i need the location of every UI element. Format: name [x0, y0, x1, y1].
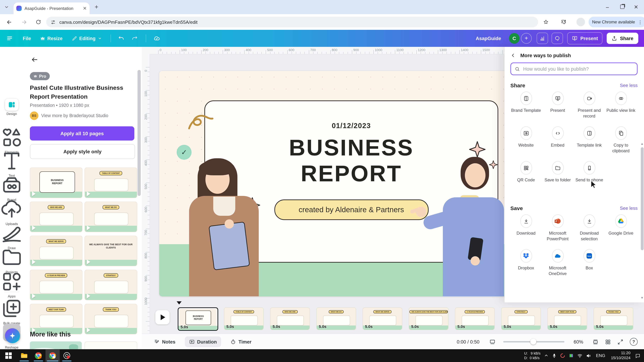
duration-button[interactable]: Duration — [185, 337, 221, 347]
zoom-slider-thumb[interactable] — [530, 339, 536, 345]
filmstrip-slide-3[interactable]: WHO WE ARE5.0s — [270, 307, 310, 330]
window-restore-button[interactable] — [620, 4, 624, 9]
timer-button[interactable]: Timer — [230, 339, 252, 345]
start-button[interactable] — [2, 350, 16, 362]
see-less-link[interactable]: See less — [620, 83, 638, 88]
back-icon[interactable] — [6, 19, 12, 25]
notes-button[interactable]: Notes — [154, 339, 176, 345]
filmstrip-slide-9[interactable]: MEET OUR TEAM5.0s — [547, 307, 587, 330]
chrome-icon[interactable] — [31, 350, 46, 362]
file-menu[interactable]: File — [23, 36, 31, 41]
language-indicator[interactable]: ENG — [596, 353, 605, 358]
zoom-slider[interactable] — [503, 341, 564, 343]
filmstrip-slide-7[interactable]: A YEAR IN PREVIEW5.0s — [455, 307, 495, 330]
filmstrip-view-icon[interactable] — [490, 339, 496, 345]
publish-option-present[interactable]: Present — [542, 92, 573, 113]
insights-button[interactable] — [537, 33, 548, 44]
template-page-thumbnail[interactable]: WE ALWAYS GIVE THE BEST FOR OUR CLIENTS — [84, 236, 137, 266]
publish-option-download-selection[interactable]: Download selection — [574, 214, 605, 242]
hamburger-menu-icon[interactable] — [6, 35, 13, 41]
publish-option-box[interactable]: boxBox — [574, 249, 605, 271]
publish-option-qr-code[interactable]: QR Code — [510, 161, 542, 183]
notification-center-icon[interactable] — [635, 353, 640, 358]
grid-view-icon[interactable] — [605, 339, 611, 345]
publish-option-save-to-folder[interactable]: Save to folder — [542, 161, 573, 183]
publish-option-embed[interactable]: Embed — [542, 126, 573, 148]
slide-page[interactable]: 01/12/2023 BUSINESS REPORT created by Al… — [159, 71, 560, 296]
sidebar-item-apps[interactable]: Apps — [0, 270, 24, 298]
template-page-thumbnail[interactable]: BUSINESSREPORT — [30, 168, 82, 198]
template-page-thumbnail[interactable]: THANK YOU! — [84, 304, 137, 334]
bookmark-star-icon[interactable] — [543, 19, 549, 25]
microphone-icon[interactable] — [552, 353, 556, 358]
new-tab-button[interactable] — [94, 4, 99, 9]
panel-scrollbar[interactable] — [138, 70, 141, 196]
extensions-icon[interactable] — [561, 19, 566, 25]
template-page-thumbnail[interactable]: WHAT WE SERVE — [30, 236, 82, 266]
publish-option-copy-to-clipboard[interactable]: Copy to clipboard — [605, 126, 636, 154]
new-chrome-button[interactable]: New Chrome available ⋮ — [588, 17, 644, 27]
kebab-menu-icon[interactable]: ⋮ — [638, 19, 642, 25]
publish-scrollbar[interactable] — [641, 147, 644, 250]
template-page-thumbnail[interactable]: MEET OUR TEAM — [30, 304, 82, 334]
obs-icon[interactable] — [60, 350, 74, 362]
filmstrip-slide-4[interactable]: WHAT WE DO5.0s — [316, 307, 356, 330]
undo-icon[interactable] — [118, 35, 124, 41]
play-button[interactable] — [155, 310, 170, 324]
publish-option-microsoft-onedrive[interactable]: Microsoft OneDrive — [542, 249, 573, 276]
file-explorer-icon[interactable] — [17, 350, 31, 362]
apply-all-pages-button[interactable]: Apply all 10 pages — [30, 126, 134, 141]
filmstrip-slide-1[interactable]: BUSINESSREPORT5.0s — [178, 307, 218, 331]
publish-back-button[interactable] — [510, 52, 516, 58]
creator-byline[interactable]: View more by Braderlayout Studio — [41, 113, 108, 118]
suggested-template[interactable]: EFFECTIVE — [84, 342, 137, 349]
cloud-saved-icon[interactable] — [153, 35, 160, 42]
present-button[interactable]: Present — [567, 32, 602, 44]
tray-expand-icon[interactable] — [544, 354, 548, 358]
volume-icon[interactable] — [586, 353, 592, 358]
publish-option-microsoft-powerpoint[interactable]: PMicrosoft PowerPoint — [542, 214, 573, 242]
magic-assistant-button[interactable] — [5, 328, 20, 343]
browser-tab[interactable]: AsapGuide - Presentation ✕ — [14, 2, 90, 14]
publish-option-download[interactable]: Download — [510, 214, 542, 236]
see-less-link[interactable]: See less — [620, 205, 638, 211]
tray-app-icon[interactable] — [569, 353, 574, 358]
publish-option-send-to-phone[interactable]: Send to phone — [574, 161, 605, 183]
resize-menu[interactable]: Resize — [40, 36, 63, 41]
window-close-button[interactable]: ✕ — [634, 4, 638, 10]
publish-option-public-view-link[interactable]: Public view link — [605, 92, 636, 113]
publish-option-dropbox[interactable]: Dropbox — [510, 249, 542, 271]
share-button[interactable]: Share — [607, 33, 638, 44]
filmstrip-slide-8[interactable]: STRATEGY5.0s — [501, 307, 541, 330]
publish-search-field[interactable]: How would you like to publish? — [510, 62, 638, 75]
suggested-template[interactable] — [30, 342, 82, 349]
publish-option-brand-template[interactable]: Brand Template — [510, 92, 542, 113]
profile-avatar[interactable] — [576, 18, 585, 26]
clock[interactable]: 11:20 15/10/2024 — [611, 351, 630, 361]
user-avatar[interactable]: C — [509, 33, 520, 44]
redo-icon[interactable] — [132, 35, 138, 41]
wifi-icon[interactable] — [577, 353, 582, 358]
editing-menu[interactable]: Editing — [72, 36, 102, 41]
filmstrip-slide-6[interactable]: WE ALWAYS GIVE THE BEST FOR OUR CLIENTS5… — [409, 307, 448, 330]
template-page-thumbnail[interactable]: STRATEGY — [84, 270, 137, 300]
window-minimize-button[interactable] — [605, 4, 610, 9]
filmstrip-slide-2[interactable]: TABLE OF CONTENT5.0s — [224, 307, 264, 330]
publish-option-website[interactable]: Website — [510, 126, 542, 148]
scroll-up-arrow[interactable]: ▲ — [640, 142, 644, 146]
invite-member-button[interactable]: + — [521, 33, 532, 44]
template-page-thumbnail[interactable]: TABLE OF CONTENT — [84, 168, 137, 198]
recording-status-icon[interactable] — [560, 353, 565, 358]
site-settings-icon[interactable] — [50, 19, 56, 25]
publish-option-google-drive[interactable]: Google Drive — [605, 214, 636, 236]
template-page-thumbnail[interactable]: WHAT WE DO — [84, 201, 137, 232]
tab-search-chevron-icon[interactable] — [4, 4, 9, 9]
template-page-thumbnail[interactable]: A YEAR IN PREVIEW — [30, 270, 82, 300]
fullscreen-icon[interactable] — [617, 339, 624, 345]
tab-close-icon[interactable]: ✕ — [83, 6, 87, 11]
filmstrip-slide-10[interactable]: THANK YOU!5.0s — [594, 307, 633, 330]
apply-style-only-button[interactable]: Apply style only — [30, 144, 135, 159]
comments-button[interactable] — [552, 33, 563, 44]
panel-back-button[interactable] — [31, 56, 38, 63]
forward-icon[interactable] — [21, 19, 27, 25]
